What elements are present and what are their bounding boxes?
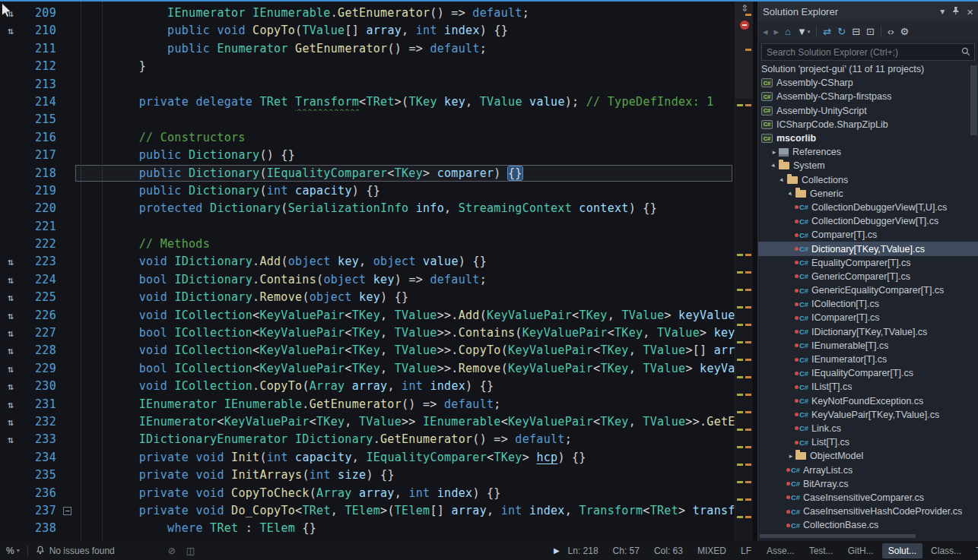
line-number[interactable]: 214 bbox=[18, 93, 56, 111]
code-line-221[interactable]: 221 bbox=[0, 218, 735, 236]
line-number[interactable]: 221 bbox=[18, 218, 56, 236]
code-line-223[interactable]: ⇅223void IDictionary.Add(object key, obj… bbox=[0, 253, 735, 271]
bottom-tab-class[interactable]: Class... bbox=[925, 543, 967, 558]
code-text[interactable]: private void Init(int capacity, IEqualit… bbox=[82, 449, 735, 467]
code-line-217[interactable]: 217public Dictionary() {} bbox=[0, 147, 735, 164]
tree-item-genericequalitycomparer-t-cs[interactable]: C#GenericEqualityComparer[T].cs bbox=[758, 283, 978, 297]
interface-implementation-icon[interactable]: ⇅ bbox=[2, 271, 20, 289]
tree-item-generic[interactable]: ▸Generic bbox=[758, 187, 978, 201]
code-text[interactable]: private delegate TRet Transform<TRet>(TK… bbox=[82, 93, 735, 111]
line-number[interactable]: 238 bbox=[18, 520, 56, 537]
code-line-233[interactable]: ⇅233IDictionaryEnumerator IDictionary.Ge… bbox=[0, 431, 735, 448]
status-item-mixed[interactable]: MIXED bbox=[697, 546, 726, 556]
tree-item-equalitycomparer-t-cs[interactable]: C#EqualityComparer[T].cs bbox=[758, 256, 978, 270]
code-text[interactable]: protected Dictionary(SerializationInfo i… bbox=[82, 200, 735, 217]
interface-implementation-icon[interactable]: ⇅ bbox=[2, 342, 20, 359]
code-text[interactable]: where TRet : TElem {} bbox=[82, 520, 735, 537]
tree-item-keyvaluepair-tkey-tvalue-cs[interactable]: C#KeyValuePair[TKey,TValue].cs bbox=[758, 408, 978, 422]
tree-item-icomparer-t-cs[interactable]: C#IComparer[T].cs bbox=[758, 311, 978, 324]
line-number[interactable]: 212 bbox=[18, 58, 56, 75]
line-number[interactable]: 232 bbox=[18, 413, 56, 431]
tree-horizontal-scrollbar[interactable] bbox=[760, 534, 916, 538]
code-text[interactable]: public Dictionary(IEqualityComparer<TKey… bbox=[82, 165, 735, 182]
sync-with-active-document-icon[interactable]: ⇄ bbox=[823, 27, 831, 36]
line-number[interactable]: 223 bbox=[18, 253, 56, 271]
bottom-tab-tea[interactable]: Tea... bbox=[970, 543, 978, 558]
code-line-213[interactable]: 213 bbox=[0, 76, 735, 93]
tree-item-genericcomparer-t-cs[interactable]: C#GenericComparer[T].cs bbox=[758, 270, 978, 283]
code-line-237[interactable]: 237−private void Do_CopyTo<TRet, TElem>(… bbox=[0, 502, 735, 520]
split-editor-handle-icon[interactable]: ⇕ bbox=[735, 3, 754, 14]
code-text[interactable]: void ICollection<KeyValuePair<TKey, TVal… bbox=[82, 342, 735, 359]
window-position-icon[interactable]: ▾ bbox=[940, 6, 945, 17]
expand-arrow-icon[interactable]: ▸ bbox=[786, 452, 795, 460]
tree-item-ienumerable-t-cs[interactable]: C#IEnumerable[T].cs bbox=[758, 339, 978, 353]
tree-item-assembly-csharp-firstpass[interactable]: C#Assembly-CSharp-firstpass bbox=[758, 90, 978, 103]
code-text[interactable]: bool ICollection<KeyValuePair<TKey, TVal… bbox=[82, 360, 735, 378]
code-text[interactable]: void ICollection.CopyTo(Array array, int… bbox=[82, 378, 735, 395]
code-line-212[interactable]: 212} bbox=[0, 58, 735, 75]
line-number[interactable]: 209 bbox=[18, 5, 56, 22]
nav-back-icon[interactable]: ◂ bbox=[763, 27, 768, 36]
code-line-210[interactable]: ⇅210public void CopyTo(TValue[] array, i… bbox=[0, 22, 735, 40]
show-all-files-icon[interactable]: ⊡ bbox=[866, 27, 875, 36]
properties-icon[interactable]: ⚙ bbox=[900, 27, 910, 36]
tree-vertical-scrollbar[interactable] bbox=[970, 65, 977, 135]
fold-collapse-icon[interactable]: − bbox=[63, 507, 71, 515]
code-line-211[interactable]: 211public Enumerator GetEnumerator() => … bbox=[0, 40, 735, 58]
code-text[interactable]: public Dictionary(int capacity) {} bbox=[82, 182, 735, 200]
code-line-235[interactable]: 235private void InitArrays(int size) {} bbox=[0, 467, 735, 484]
interface-implementation-icon[interactable]: ⇅ bbox=[2, 5, 20, 22]
code-text[interactable]: private void CopyToCheck(Array array, in… bbox=[82, 485, 735, 502]
code-text[interactable]: public Enumerator GetEnumerator() => def… bbox=[82, 40, 735, 58]
tree-item-icollection-t-cs[interactable]: C#ICollection[T].cs bbox=[758, 297, 978, 311]
bottom-tab-asse[interactable]: Asse... bbox=[760, 543, 801, 558]
code-line-220[interactable]: 220protected Dictionary(SerializationInf… bbox=[0, 200, 735, 217]
code-text[interactable]: IEnumerator IEnumerable.GetEnumerator() … bbox=[82, 5, 735, 22]
code-text[interactable]: void IDictionary.Remove(object key) {} bbox=[82, 289, 735, 306]
tree-item-link-cs[interactable]: C#Link.cs bbox=[758, 422, 978, 435]
tree-item-assembly-unityscript[interactable]: C#Assembly-UnityScript bbox=[758, 104, 978, 118]
line-number[interactable]: 216 bbox=[18, 129, 56, 147]
interface-implementation-icon[interactable]: ⇅ bbox=[2, 360, 20, 378]
tree-item-comparer-t-cs[interactable]: C#Comparer[T].cs bbox=[758, 228, 978, 242]
tree-item-iequalitycomparer-t-cs[interactable]: C#IEqualityComparer[T].cs bbox=[758, 366, 978, 380]
line-number[interactable]: 217 bbox=[18, 147, 56, 164]
line-number[interactable]: 218 bbox=[18, 165, 56, 182]
bottom-tab-gith[interactable]: GitH... bbox=[842, 543, 880, 558]
code-text[interactable]: public void CopyTo(TValue[] array, int i… bbox=[82, 22, 735, 40]
code-line-225[interactable]: ⇅225void IDictionary.Remove(object key) … bbox=[0, 289, 735, 306]
zoom-caret-icon[interactable]: ▾ bbox=[17, 547, 20, 554]
code-line-234[interactable]: 234private void Init(int capacity, IEqua… bbox=[0, 449, 735, 467]
code-line-214[interactable]: 214private delegate TRet Transform<TRet>… bbox=[0, 93, 735, 111]
issues-status-text[interactable]: No issues found bbox=[49, 546, 115, 556]
code-text[interactable]: bool IDictionary.Contains(object key) =>… bbox=[82, 271, 735, 289]
suppressed-issues-icon[interactable]: ⊘ bbox=[168, 546, 176, 556]
code-line-226[interactable]: ⇅226void ICollection<KeyValuePair<TKey, … bbox=[0, 307, 735, 324]
code-line-219[interactable]: 219public Dictionary(int capacity) {} bbox=[0, 182, 735, 200]
line-number[interactable]: 229 bbox=[18, 360, 56, 378]
code-text[interactable]: IEnumerator IEnumerable.GetEnumerator() … bbox=[82, 396, 735, 413]
nav-forward-icon[interactable]: ▸ bbox=[774, 27, 780, 36]
editor-scrollbar[interactable]: ⇕ bbox=[735, 2, 754, 541]
code-text[interactable]: IEnumerator<KeyValuePair<TKey, TValue>> … bbox=[82, 413, 735, 431]
tree-item-collectionbase-cs[interactable]: C#CollectionBase.cs bbox=[758, 518, 978, 532]
tree-item-ienumerator-t-cs[interactable]: C#IEnumerator[T].cs bbox=[758, 353, 978, 366]
code-line-222[interactable]: 222// Methods bbox=[0, 236, 735, 253]
refresh-icon[interactable]: ↻ bbox=[837, 27, 846, 36]
tree-item-caseinsensitivehashcodeprovider-cs[interactable]: C#CaseInsensitiveHashCodeProvider.cs bbox=[758, 505, 978, 518]
bottom-tab-solut[interactable]: Solut... bbox=[882, 543, 922, 558]
line-number[interactable]: 235 bbox=[18, 467, 56, 484]
line-number[interactable]: 222 bbox=[18, 236, 56, 253]
code-line-238[interactable]: 238where TRet : TElem {} bbox=[0, 520, 735, 537]
code-text[interactable]: void ICollection<KeyValuePair<TKey, TVal… bbox=[82, 307, 735, 324]
status-item-lf[interactable]: LF bbox=[741, 546, 751, 556]
code-text[interactable]: IDictionaryEnumerator IDictionary.GetEnu… bbox=[82, 431, 735, 448]
code-line-227[interactable]: ⇅227bool ICollection<KeyValuePair<TKey, … bbox=[0, 324, 735, 342]
code-text[interactable]: public Dictionary() {} bbox=[82, 147, 735, 164]
tree-item-collectiondebuggerview-t-cs[interactable]: C#CollectionDebuggerView[T].cs bbox=[758, 214, 978, 228]
bottom-tab-test[interactable]: Test... bbox=[803, 543, 840, 558]
code-line-231[interactable]: ⇅231IEnumerator IEnumerable.GetEnumerato… bbox=[0, 396, 735, 413]
status-item-col[interactable]: Col: 63 bbox=[654, 546, 683, 556]
tree-item-collections[interactable]: ▸Collections bbox=[758, 173, 978, 187]
